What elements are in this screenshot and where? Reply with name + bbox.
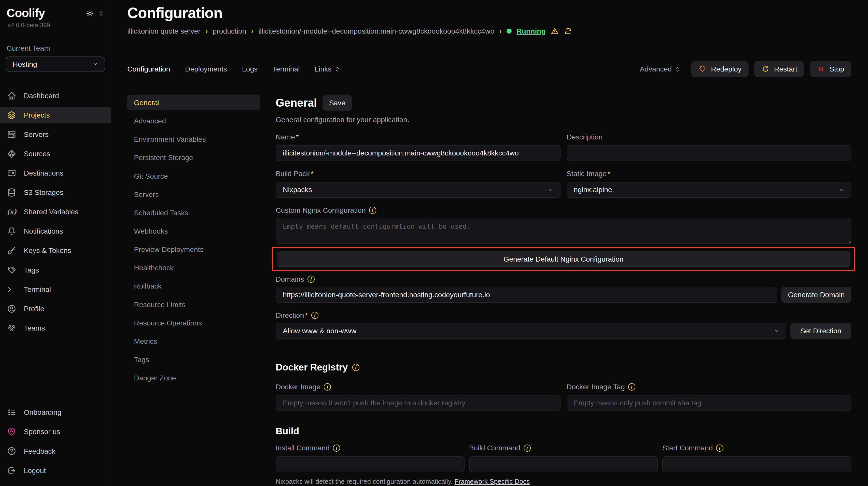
sidebar-item-shared-variables[interactable]: (x) Shared Variables bbox=[0, 204, 111, 220]
subnav-item-tags[interactable]: Tags bbox=[127, 352, 260, 367]
install-command-label: Install Command bbox=[276, 444, 330, 452]
domains-input[interactable] bbox=[276, 287, 777, 303]
map-icon bbox=[7, 168, 17, 178]
custom-nginx-textarea[interactable] bbox=[276, 218, 851, 244]
sidebar-item-label: Notifications bbox=[24, 227, 63, 235]
subnav-item-general[interactable]: General bbox=[127, 95, 260, 110]
subnav-item-servers[interactable]: Servers bbox=[127, 187, 260, 202]
docker-registry-title: Docker Registry bbox=[276, 362, 348, 373]
section-title: General bbox=[276, 97, 317, 109]
sidebar-item-label: Sponsor us bbox=[24, 427, 60, 436]
redeploy-button[interactable]: Redeploy bbox=[691, 61, 749, 77]
sidebar-item-label: Keys & Tokens bbox=[24, 246, 71, 255]
nixpacks-note: Nixpacks will detect the required config… bbox=[276, 478, 851, 485]
nixpacks-note-text: Nixpacks will detect the required config… bbox=[276, 478, 453, 485]
sidebar-item-sponsor[interactable]: Sponsor us bbox=[0, 424, 111, 440]
sidebar-bottom-nav: Onboarding Sponsor us Feedback Logout bbox=[6, 404, 105, 478]
subnav-item-scheduled-tasks[interactable]: Scheduled Tasks bbox=[127, 205, 260, 220]
subnav-item-rollback[interactable]: Rollback bbox=[127, 279, 260, 294]
sidebar-item-servers[interactable]: Servers bbox=[0, 127, 111, 142]
subnav-item-resource-operations[interactable]: Resource Operations bbox=[127, 316, 260, 330]
logo-row: Coolify v4.0.0-beta.399 bbox=[6, 6, 105, 29]
docker-image-input[interactable] bbox=[276, 395, 560, 411]
stop-icon bbox=[817, 65, 825, 73]
subnav-item-advanced[interactable]: Advanced bbox=[127, 114, 260, 129]
advanced-dropdown[interactable]: Advanced bbox=[640, 65, 680, 73]
subnav-item-environment-variables[interactable]: Environment Variables bbox=[127, 132, 260, 147]
sidebar-item-terminal[interactable]: Terminal bbox=[0, 282, 111, 297]
sidebar-item-s3-storages[interactable]: S3 Storages bbox=[0, 185, 111, 200]
sidebar-item-onboarding[interactable]: Onboarding bbox=[0, 404, 111, 420]
breadcrumb-resource[interactable]: illicitestonion/-module--decomposition:m… bbox=[258, 27, 494, 35]
name-input[interactable] bbox=[276, 145, 560, 161]
build-section-title: Build bbox=[276, 426, 299, 436]
sidebar-item-dashboard[interactable]: Dashboard bbox=[0, 88, 111, 103]
sidebar-item-tags[interactable]: Tags bbox=[0, 262, 111, 278]
tab-links-label: Links bbox=[315, 65, 332, 73]
subnav-item-healthcheck[interactable]: Healthcheck bbox=[127, 260, 260, 275]
chevron-down-icon bbox=[547, 186, 554, 193]
info-icon bbox=[628, 383, 636, 390]
framework-docs-link[interactable]: Framework Specific Docs bbox=[455, 478, 530, 485]
status-badge[interactable]: Running bbox=[517, 27, 546, 35]
sidebar-item-logout[interactable]: Logout bbox=[0, 463, 111, 478]
team-select[interactable]: Hosting bbox=[6, 57, 105, 72]
breadcrumb-separator: › bbox=[206, 27, 208, 35]
sidebar-item-projects[interactable]: Projects bbox=[0, 107, 111, 123]
stop-button[interactable]: Stop bbox=[810, 61, 851, 77]
sidebar-item-destinations[interactable]: Destinations bbox=[0, 165, 111, 181]
theme-toggle-sun-icon[interactable] bbox=[86, 9, 94, 18]
description-input[interactable] bbox=[567, 145, 851, 161]
build-pack-select[interactable]: Nixpacks bbox=[276, 182, 560, 198]
docker-image-tag-label: Docker Image Tag bbox=[567, 383, 625, 391]
subnav-item-metrics[interactable]: Metrics bbox=[127, 334, 260, 349]
sidebar-item-sources[interactable]: Sources bbox=[0, 146, 111, 162]
direction-select[interactable]: Allow www & non-www. bbox=[276, 323, 786, 339]
restart-button[interactable]: Restart bbox=[754, 61, 805, 77]
sidebar-item-profile[interactable]: Profile bbox=[0, 301, 111, 317]
subnav-item-persistent-storage[interactable]: Persistent Storage bbox=[127, 150, 260, 165]
sidebar-item-teams[interactable]: Teams bbox=[0, 320, 111, 336]
tab-links[interactable]: Links bbox=[315, 65, 340, 73]
static-image-value: nginx:alpine bbox=[574, 186, 612, 194]
tab-logs[interactable]: Logs bbox=[242, 65, 257, 73]
sidebar-item-keys-tokens[interactable]: Keys & Tokens bbox=[0, 243, 111, 259]
subnav-item-danger-zone[interactable]: Danger Zone bbox=[127, 370, 260, 386]
sidebar-item-feedback[interactable]: Feedback bbox=[0, 444, 111, 459]
docker-image-tag-input[interactable] bbox=[567, 395, 851, 411]
team-select-value: Hosting bbox=[13, 60, 37, 68]
subnav-item-resource-limits[interactable]: Resource Limits bbox=[127, 297, 260, 312]
refresh-icon[interactable] bbox=[564, 27, 572, 35]
build-command-input[interactable] bbox=[469, 456, 658, 472]
install-command-input[interactable] bbox=[276, 456, 465, 472]
save-button[interactable]: Save bbox=[322, 95, 352, 111]
tab-configuration[interactable]: Configuration bbox=[127, 65, 170, 73]
breadcrumb-environment[interactable]: production bbox=[213, 27, 246, 35]
breadcrumb-project[interactable]: illicitonion quote server bbox=[127, 27, 200, 35]
domains-label: Domains bbox=[276, 275, 304, 284]
sidebar-item-label: Destinations bbox=[24, 169, 64, 177]
subnav-item-git-source[interactable]: Git Source bbox=[127, 169, 260, 184]
direction-label: Direction bbox=[276, 311, 308, 320]
sidebar-item-label: Feedback bbox=[24, 447, 56, 455]
set-direction-button[interactable]: Set Direction bbox=[790, 323, 851, 339]
tab-deployments[interactable]: Deployments bbox=[185, 65, 227, 73]
generate-domain-button[interactable]: Generate Domain bbox=[781, 287, 851, 303]
version-switcher-chevrons-icon[interactable] bbox=[98, 10, 104, 17]
warning-icon[interactable] bbox=[551, 27, 559, 35]
key-icon bbox=[7, 246, 17, 256]
subnav-item-preview-deployments[interactable]: Preview Deployments bbox=[127, 242, 260, 257]
static-image-select[interactable]: nginx:alpine bbox=[567, 182, 851, 198]
subnav-item-webhooks[interactable]: Webhooks bbox=[127, 224, 260, 239]
tab-terminal[interactable]: Terminal bbox=[273, 65, 300, 73]
chevron-down-icon bbox=[92, 61, 99, 68]
sidebar-nav: Dashboard Projects Servers Sources Desti… bbox=[6, 88, 105, 336]
sidebar-item-label: Servers bbox=[24, 130, 49, 139]
generate-nginx-button[interactable]: Generate Default Nginx Configuration bbox=[277, 251, 850, 267]
static-image-label: Static Image bbox=[567, 169, 611, 178]
restart-icon bbox=[761, 65, 770, 73]
sidebar-item-notifications[interactable]: Notifications bbox=[0, 223, 111, 239]
tabs: Configuration Deployments Logs Terminal … bbox=[127, 65, 340, 73]
start-command-input[interactable] bbox=[662, 456, 851, 472]
highlight-box: Generate Default Nginx Configuration bbox=[272, 247, 855, 271]
